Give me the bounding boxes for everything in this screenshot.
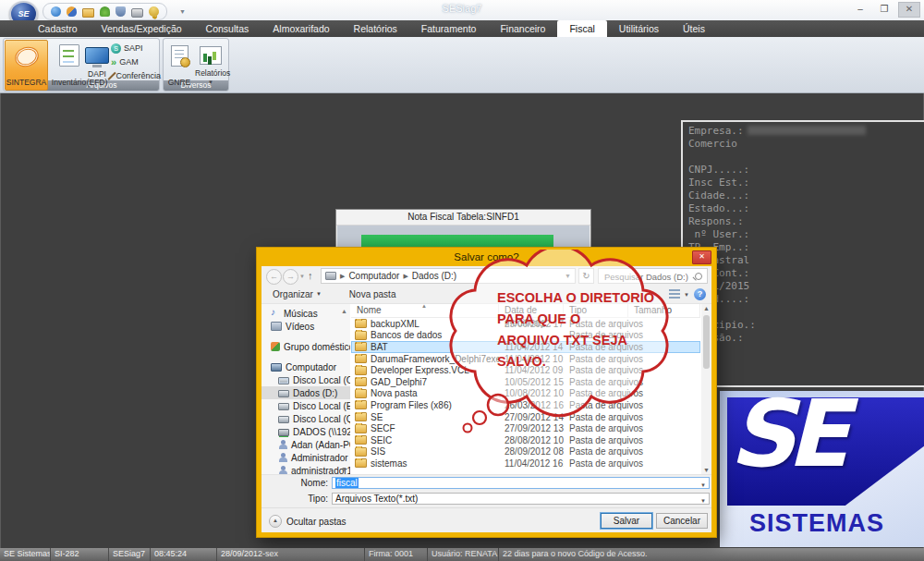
file-row[interactable]: SE 27/09/2012 14:02 Pasta de arquivos (351, 411, 700, 423)
file-row[interactable]: BAT 11/04/2012 14:51 Pasta de arquivos (351, 341, 700, 353)
help-icon[interactable]: ? (694, 288, 706, 300)
document-seal-icon (171, 45, 188, 67)
ribbon-tab[interactable]: Consultas (194, 20, 261, 37)
file-row[interactable]: GAD_Delphi7 10/05/2012 15:36 Pasta de ar… (351, 376, 700, 388)
console-line: TP. Emp..: (688, 241, 924, 254)
ribbon-tab[interactable]: Faturamento (409, 20, 489, 37)
status-bar: SE SistemasSI-282SESiag708:45:2428/09/20… (0, 548, 924, 561)
ribbon-tab[interactable]: Cadastro (26, 20, 90, 37)
breadcrumb-device[interactable]: Computador (348, 271, 399, 281)
search-input[interactable] (602, 270, 694, 284)
scroll-up-icon[interactable]: ▲ (341, 308, 347, 314)
dialog-toolbar: Organizar▼ Nova pasta ▼ ? (261, 287, 711, 301)
gnre-button[interactable]: GNRE (164, 40, 194, 90)
restore-button[interactable]: ❐ (874, 3, 894, 17)
file-row[interactable]: Bancos de dados Pasta de arquivos (351, 330, 700, 342)
new-folder-button[interactable]: Nova pasta (349, 289, 396, 299)
sidebar-item[interactable]: Grupo doméstico (261, 340, 350, 353)
chevron-down-icon[interactable]: ▼ (179, 8, 186, 15)
gam-button[interactable]: » GAM (111, 55, 161, 68)
file-row[interactable]: Developer Express.VCL 11/04/2012 09:14 P… (351, 364, 700, 376)
back-button[interactable]: ← (266, 269, 282, 285)
ribbon-tab[interactable]: Utilitários (607, 20, 671, 37)
logo-word: SISTEMAS (749, 509, 884, 538)
file-row[interactable]: Nova pasta 10/08/2012 10:42 Pasta de arq… (351, 388, 700, 400)
quick-access-icon[interactable] (100, 6, 110, 17)
sidebar-item[interactable]: Disco Local (C:) (261, 373, 350, 386)
sidebar-item[interactable]: Adan (Adan-PC) (261, 438, 350, 451)
file-row[interactable]: sistemas 11/04/2012 16:38 Pasta de arqui… (351, 457, 700, 470)
file-row[interactable]: Program Files (x86) 26/03/2012 16:17 Pas… (351, 399, 700, 411)
double-arrow-icon: » (111, 57, 116, 67)
cancel-button[interactable]: Cancelar (656, 513, 708, 529)
save-button[interactable]: Salvar (601, 513, 652, 529)
ribbon-tab[interactable]: Relatórios (342, 20, 409, 37)
file-row[interactable]: DarumaFramework_Delphi7exe 11/04/2012 10… (351, 353, 700, 365)
file-row[interactable]: SECF 27/09/2012 13:47 Pasta de arquivos (351, 422, 700, 434)
quick-access-icon[interactable] (67, 6, 77, 17)
view-mode-icon[interactable] (669, 289, 680, 299)
console-window: Empresa.:ComercioCNPJ.....:Insc Est.:Cid… (681, 120, 924, 387)
refresh-button[interactable]: ↻ (578, 268, 594, 284)
file-browser: ▲ ▼ Músicas Vídeos (261, 303, 711, 475)
sidebar-item[interactable]: Vídeos (261, 320, 350, 333)
quick-access-icon[interactable] (82, 8, 94, 18)
filetype-label: Tipo: (263, 493, 328, 505)
sapi-button[interactable]: S SAPI (111, 42, 161, 55)
monitor-icon (85, 47, 109, 64)
sidebar-item[interactable]: Disco Local (E:) (261, 399, 350, 412)
quick-access-icon[interactable] (51, 6, 61, 17)
scroll-down-icon[interactable]: ▼ (341, 466, 347, 472)
forward-button[interactable]: → (283, 269, 298, 285)
sidebar-item[interactable]: Disco Local (Q:) (261, 412, 350, 425)
dialog-close-button[interactable]: ✕ (692, 250, 711, 264)
status-cell: SI-282 (51, 548, 109, 561)
sidebar-item[interactable]: Computador (261, 360, 350, 373)
chevron-down-icon[interactable]: ▼ (700, 496, 706, 506)
column-size[interactable]: Tamanho (628, 304, 700, 317)
up-button[interactable]: ↑ (308, 270, 313, 281)
quick-access-icon[interactable] (116, 6, 126, 17)
ribbon-tab[interactable]: Vendas/Expedição (90, 20, 194, 37)
filetype-select[interactable]: Arquivos Texto(*.txt) ▼ (332, 493, 710, 505)
sidebar-item[interactable]: Músicas (261, 307, 350, 320)
sintegra-button[interactable]: SINTEGRA (5, 40, 48, 91)
column-type[interactable]: Tipo (564, 304, 628, 317)
close-button[interactable]: ✕ (898, 2, 920, 18)
dialog-body: ← → ▼ ↑ ▶ Computador ▶ Dados (D:) ▼ ↻ (261, 266, 711, 532)
column-date[interactable]: Data de modificaç... (499, 304, 564, 317)
file-row[interactable]: SIS 28/09/2012 08:31 Pasta de arquivos (351, 446, 700, 458)
breadcrumb-folder[interactable]: Dados (D:) (412, 271, 456, 281)
status-cell: Firma: 0001 (365, 548, 428, 561)
search-box[interactable] (598, 268, 708, 284)
sidebar-item[interactable]: Dados (D:) (261, 386, 350, 399)
organize-button[interactable]: Organizar▼ (273, 289, 322, 299)
ribbon-tab[interactable]: Úteis (671, 20, 717, 37)
file-row[interactable]: SEIC 28/08/2012 10:26 Pasta de arquivos (351, 434, 700, 446)
minimize-button[interactable]: – (850, 3, 870, 17)
chevron-down-icon[interactable]: ▼ (565, 273, 571, 279)
relatorios-button[interactable]: Relatórios▼ (195, 40, 226, 90)
address-bar[interactable]: ▶ Computador ▶ Dados (D:) ▼ (321, 268, 576, 284)
chevron-down-icon[interactable]: ▼ (700, 481, 706, 491)
chevron-down-icon[interactable]: ▼ (684, 292, 689, 298)
sidebar-item[interactable]: Administrador (a (261, 451, 350, 464)
ribbon-tab[interactable]: Fiscal (557, 20, 606, 37)
sidebar-item[interactable]: DADOS (\\192.16 (261, 425, 350, 438)
ribbon-tab[interactable]: Almoxarifado (261, 20, 341, 37)
scrollbar-thumb[interactable] (703, 315, 710, 369)
sidebar-item[interactable]: administrador1 (l (261, 464, 350, 474)
chevron-down-icon[interactable]: ▼ (299, 274, 305, 279)
filename-input[interactable]: fiscal ▼ (332, 477, 710, 489)
quick-access-icon[interactable] (131, 8, 143, 18)
scroll-down-icon[interactable]: ▼ (703, 467, 710, 473)
quick-access-icon[interactable] (147, 5, 161, 18)
dapi-efd-button[interactable]: DAPI (EFD) (83, 40, 111, 90)
console-line: Comercio (688, 138, 924, 151)
hide-folders-button[interactable]: ▲ Ocultar pastas (269, 515, 346, 528)
conferencia-button[interactable]: Conferência (111, 69, 161, 82)
ribbon-tab[interactable]: Financeiro (488, 20, 557, 37)
scroll-up-icon[interactable]: ▲ (703, 305, 710, 311)
folder-icon (355, 319, 367, 328)
scrollbar[interactable]: ▲ ▼ (701, 304, 711, 474)
